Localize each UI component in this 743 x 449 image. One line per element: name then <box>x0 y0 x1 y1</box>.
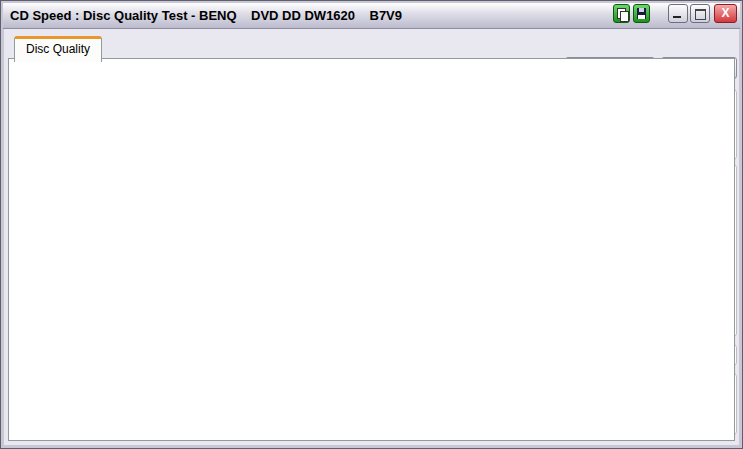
save-icon[interactable] <box>633 4 650 23</box>
tab-disc-quality[interactable]: Disc Quality <box>14 36 102 62</box>
maximize-button[interactable] <box>690 4 710 23</box>
copy-sheet-front-icon <box>620 11 629 22</box>
minimize-button[interactable] <box>668 4 688 23</box>
window-title: CD Speed : Disc Quality Test - BENQ DVD … <box>10 8 402 23</box>
close-button[interactable]: X <box>714 4 737 23</box>
copy-icon[interactable] <box>613 4 630 23</box>
tab-panel <box>8 58 735 441</box>
app-window: CD Speed : Disc Quality Test - BENQ DVD … <box>0 0 743 449</box>
floppy-icon <box>637 8 646 19</box>
